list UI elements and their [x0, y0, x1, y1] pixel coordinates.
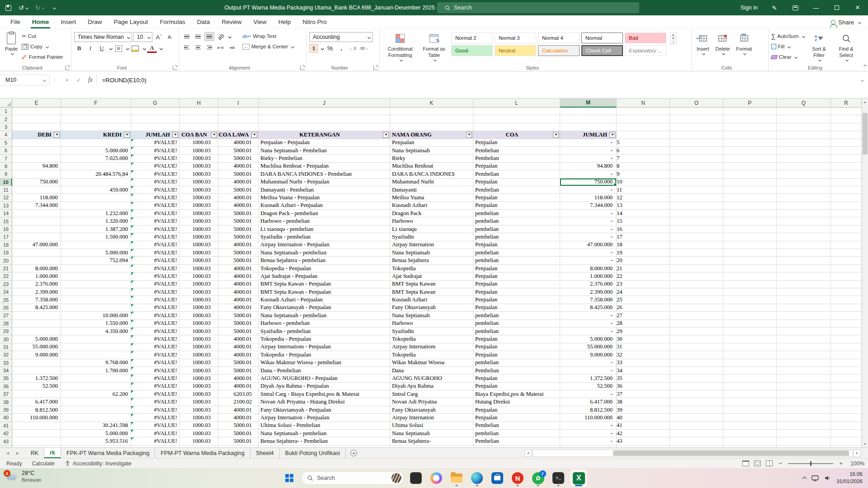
row-header-40[interactable]: 40 [0, 414, 12, 422]
cell-R26[interactable] [831, 304, 862, 312]
cell-J29[interactable]: Syaifudin - pembelian [259, 328, 390, 335]
cell-J19[interactable]: Nana Septiansah - pembelian [259, 249, 390, 257]
cell-Q17[interactable] [777, 233, 831, 241]
cell-O32[interactable] [670, 351, 723, 359]
cell-R14[interactable] [831, 210, 862, 217]
align-right-icon[interactable] [204, 43, 214, 52]
cell-O18[interactable] [670, 241, 723, 249]
cell-Q1[interactable] [777, 108, 831, 115]
cell-J7[interactable]: Rieky - Pembelian [259, 155, 390, 162]
cell-I27[interactable]: 5000.01 [218, 312, 259, 319]
cell-H30[interactable]: 1000.03 [179, 335, 218, 343]
cell-I18[interactable]: 4000.01 [218, 241, 259, 249]
zoom-slider[interactable] [788, 463, 833, 464]
header-cell-coa-lawa[interactable]: COA LAWA [218, 131, 259, 139]
cell-J3[interactable] [259, 123, 390, 131]
cell-K15[interactable]: Harbowo [390, 217, 473, 225]
filter-button[interactable] [54, 132, 60, 138]
cell-F7[interactable]: 7.025.000 [61, 155, 131, 162]
cell-M21[interactable]: 8.000.000 [560, 265, 617, 272]
cell-L11[interactable]: Pembelian [473, 186, 560, 194]
cell-J26[interactable]: Fany Oktaviansyah - Penjualan [259, 304, 390, 312]
cell-H40[interactable]: 1000.03 [179, 414, 218, 422]
cell-Q11[interactable] [777, 186, 831, 194]
cell-O11[interactable] [670, 186, 723, 194]
format-painter-button[interactable]: 🖉Format Painter [22, 52, 63, 61]
cell-G9[interactable]: #VALUE! [131, 170, 179, 178]
decrease-font-icon[interactable]: Aˇ [165, 33, 175, 42]
cell-M37[interactable]: - [560, 390, 617, 398]
style-normal-3[interactable]: Normal 3 [495, 33, 536, 43]
column-header-G[interactable]: G [131, 99, 179, 108]
clear-button[interactable]: Clear [771, 52, 805, 61]
cell-F31[interactable] [61, 343, 131, 351]
clipboard-dialog-launcher[interactable] [65, 66, 70, 70]
cell-M1[interactable] [560, 108, 617, 115]
format-cells-button[interactable]: Format [734, 31, 754, 56]
cell-L40[interactable]: Penjualan [473, 414, 560, 422]
cell-F43[interactable]: 5.953.516 [61, 437, 131, 445]
cell-I17[interactable]: 5000.01 [218, 233, 259, 241]
cell-G33[interactable]: #VALUE! [131, 359, 179, 367]
header-cell-coa[interactable]: COA [473, 131, 560, 139]
row-header-1[interactable]: 1 [0, 108, 12, 115]
cell-H1[interactable] [179, 108, 218, 115]
cell-R23[interactable] [831, 281, 862, 288]
cell-L18[interactable]: Penjualan [473, 241, 560, 249]
cell-I14[interactable]: 5000.01 [218, 210, 259, 217]
cell-Q38[interactable] [777, 398, 831, 406]
font-family-select[interactable]: Times New Roman [74, 32, 132, 42]
cell-K13[interactable]: Kusnadi Azh​ari [390, 202, 473, 210]
cell-N43[interactable]: 43 [617, 437, 670, 445]
column-header-M[interactable]: M [560, 99, 617, 108]
cell-G32[interactable]: #VALUE! [131, 351, 179, 359]
cell-G37[interactable]: #VALUE! [131, 390, 179, 398]
cell-O9[interactable] [670, 170, 723, 178]
cell-I8[interactable]: 4000.01 [218, 163, 259, 170]
cell-E28[interactable] [12, 320, 61, 328]
cell-G38[interactable]: #VALUE! [131, 398, 179, 406]
row-header-7[interactable]: 7 [0, 155, 12, 162]
cell-P26[interactable] [723, 304, 777, 312]
cell-H42[interactable]: 1000.03 [179, 430, 218, 437]
cell-Q9[interactable] [777, 170, 831, 178]
ribbon-tab-draw[interactable]: Draw [82, 15, 108, 28]
cell-H23[interactable]: 1000.03 [179, 281, 218, 288]
cell-P31[interactable] [723, 343, 777, 351]
cell-N27[interactable]: 27 [617, 312, 670, 319]
cell-R8[interactable] [831, 163, 862, 170]
cell-Q39[interactable] [777, 406, 831, 414]
cell-J20[interactable]: Benua Sejahtera - pembelian [259, 257, 390, 264]
select-all-corner[interactable] [0, 99, 12, 108]
cell-M12[interactable]: 118.000 [560, 194, 617, 202]
cell-I28[interactable]: 5000.01 [218, 320, 259, 328]
share-button[interactable]: Share [831, 15, 861, 29]
cell-L39[interactable]: Penjualan [473, 406, 560, 414]
cell-P18[interactable] [723, 241, 777, 249]
cell-E24[interactable]: 2.399.000 [12, 288, 61, 296]
cell-P34[interactable] [723, 367, 777, 375]
cell-K28[interactable]: Harbowo [390, 320, 473, 328]
cell-K26[interactable]: Fany Oktaviansyah [390, 304, 473, 312]
cell-L29[interactable]: pembelian [473, 328, 560, 335]
cell-G8[interactable]: #VALUE! [131, 163, 179, 170]
cell-M23[interactable]: 2.376.000 [560, 281, 617, 288]
cell-O30[interactable] [670, 335, 723, 343]
row-header-19[interactable]: 19 [0, 249, 12, 257]
cell-G22[interactable]: #VALUE! [131, 272, 179, 280]
cell-F40[interactable] [61, 414, 131, 422]
cell-N41[interactable]: 41 [617, 422, 670, 430]
cell-M6[interactable]: - [560, 147, 617, 155]
cell-H17[interactable]: 1000.03 [179, 233, 218, 241]
cell-P27[interactable] [723, 312, 777, 319]
cell-P38[interactable] [723, 398, 777, 406]
cell-N24[interactable]: 24 [617, 288, 670, 296]
cell-G31[interactable]: #VALUE! [131, 343, 179, 351]
ribbon-tab-review[interactable]: Review [216, 15, 247, 28]
cell-N20[interactable]: 20 [617, 257, 670, 264]
cell-J9[interactable]: DARA BANCA INDONES - Pembelian [259, 170, 390, 178]
merge-center-button[interactable]: ↔Merge & Center [242, 42, 294, 51]
cell-J34[interactable]: Dana - Pembelian [259, 367, 390, 375]
cell-K41[interactable]: Ultima Solusi [390, 422, 473, 430]
cell-P5[interactable] [723, 139, 777, 147]
